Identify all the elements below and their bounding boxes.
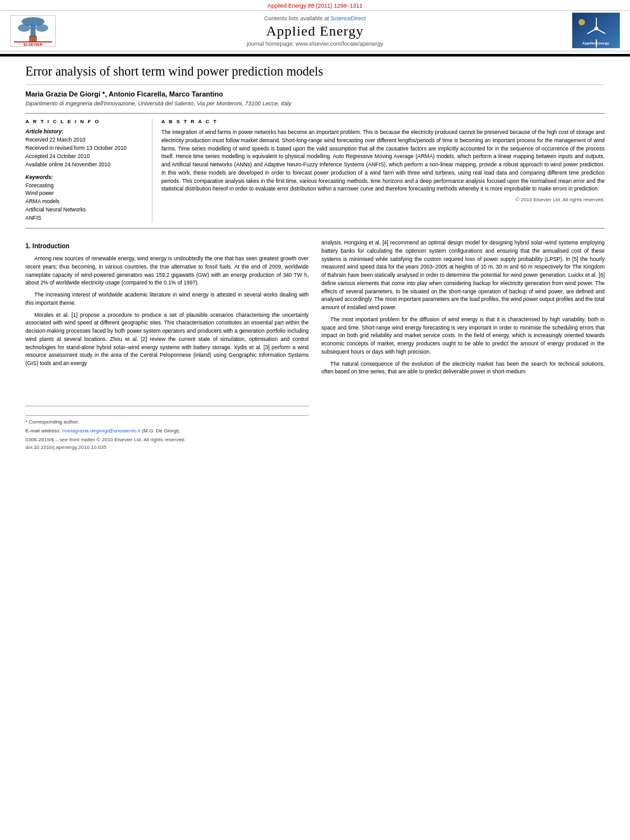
applied-energy-logo-area: AppliedEnergy bbox=[563, 13, 620, 48]
svg-point-14 bbox=[579, 19, 585, 25]
journal-citation: Applied Energy 88 (2011) 1298–1311 bbox=[0, 0, 630, 10]
body-para-right-2: The most important problem for the diffu… bbox=[321, 316, 605, 356]
article-info-abstract: A R T I C L E I N F O Article history: R… bbox=[25, 113, 605, 229]
contents-available-line: Contents lists available at ScienceDirec… bbox=[67, 15, 563, 22]
footnote-area: * Corresponding author. E-mail address: … bbox=[25, 415, 309, 451]
received-date: Received 22 March 2010 bbox=[25, 137, 145, 144]
received-revised-date: Received in revised form 13 October 2010 bbox=[25, 145, 145, 152]
body-col-left: 1. Introduction Among new sources of ren… bbox=[25, 239, 309, 451]
elsevier-logo: ELSEVIER bbox=[10, 15, 56, 47]
svg-text:ELSEVIER: ELSEVIER bbox=[23, 43, 43, 46]
keyword-ann: Artificial Neural Networks bbox=[25, 206, 145, 214]
doi-value: doi:10.1016/j.apenergy.2010.10.035 bbox=[25, 444, 309, 451]
body-columns: 1. Introduction Among new sources of ren… bbox=[25, 239, 605, 451]
journal-title: Applied Energy bbox=[67, 23, 563, 39]
article-affiliation: Dipartimento di Ingegneria dell'Innovazi… bbox=[25, 100, 605, 107]
svg-rect-5 bbox=[29, 36, 37, 42]
available-date: Available online 24 November 2010 bbox=[25, 161, 145, 169]
journal-header: Applied Energy 88 (2011) 1298–1311 bbox=[0, 0, 630, 55]
abstract-text: The integration of wind farms in power n… bbox=[161, 128, 605, 193]
email-line: E-mail address: mariagrazia.degiorgi@uni… bbox=[25, 427, 309, 435]
body-para-right-1: analysis. Hongxing et al. [4] recommend … bbox=[321, 239, 605, 312]
main-content: Error analysis of short term wind power … bbox=[0, 57, 630, 464]
sciencedirect-link[interactable]: ScienceDirect bbox=[331, 15, 366, 22]
article-title: Error analysis of short term wind power … bbox=[25, 63, 605, 85]
article-history-label: Article history: bbox=[25, 128, 145, 135]
accepted-date: Accepted 24 October 2010 bbox=[25, 153, 145, 161]
article-info-col: A R T I C L E I N F O Article history: R… bbox=[25, 119, 152, 223]
copyright-notice: 0306-2619/$ – see front matter © 2010 El… bbox=[25, 436, 309, 444]
section1-title: 1. Introduction bbox=[25, 241, 309, 251]
email-label: E-mail address: bbox=[25, 428, 61, 434]
copyright-doi-line: 0306-2619/$ – see front matter © 2010 El… bbox=[25, 436, 309, 451]
body-col-right: analysis. Hongxing et al. [4] recommend … bbox=[321, 239, 605, 451]
body-para-2: The increasing interest of worldwide aca… bbox=[25, 291, 309, 307]
svg-point-3 bbox=[18, 24, 30, 32]
keyword-anfis: ANFIS bbox=[25, 215, 145, 222]
corresponding-note: * Corresponding author. bbox=[25, 418, 309, 426]
body-para-right-3: The natural consequence of the evolution… bbox=[321, 360, 605, 377]
email-link[interactable]: mariagrazia.degiorgi@unisalento.it bbox=[62, 428, 140, 434]
svg-text:AppliedEnergy: AppliedEnergy bbox=[582, 41, 610, 45]
keyword-arma: ARMA models bbox=[25, 198, 145, 206]
body-para-1: Among new sources of renewable energy, w… bbox=[25, 255, 309, 287]
abstract-header: A B S T R A C T bbox=[161, 119, 605, 124]
svg-rect-2 bbox=[30, 25, 36, 37]
article-info-header: A R T I C L E I N F O bbox=[25, 119, 145, 124]
abstract-copyright: © 2010 Elsevier Ltd. All rights reserved… bbox=[161, 197, 605, 203]
journal-homepage: journal homepage: www.elsevier.com/locat… bbox=[67, 41, 563, 47]
elsevier-logo-area: ELSEVIER bbox=[10, 15, 67, 47]
ae-logo-text: AppliedEnergy bbox=[572, 13, 620, 50]
svg-point-4 bbox=[36, 24, 48, 32]
email-author-name: (M.G. De Giorgi). bbox=[142, 428, 180, 434]
keyword-wind-power: Wind power bbox=[25, 190, 145, 197]
applied-energy-logo: AppliedEnergy bbox=[572, 13, 620, 48]
journal-banner: ELSEVIER Contents lists available at Sci… bbox=[0, 10, 630, 51]
keyword-forecasting: Forecasting bbox=[25, 182, 145, 190]
journal-center-info: Contents lists available at ScienceDirec… bbox=[67, 15, 563, 47]
elsevier-logo-image: ELSEVIER bbox=[10, 15, 56, 47]
body-para-3: Morales et al. [1] propose a procedure t… bbox=[25, 311, 309, 368]
keywords-label: Keywords: bbox=[25, 174, 145, 180]
article-authors: Maria Grazia De Giorgi *, Antonio Ficare… bbox=[25, 90, 605, 98]
abstract-col: A B S T R A C T The integration of wind … bbox=[152, 119, 605, 223]
